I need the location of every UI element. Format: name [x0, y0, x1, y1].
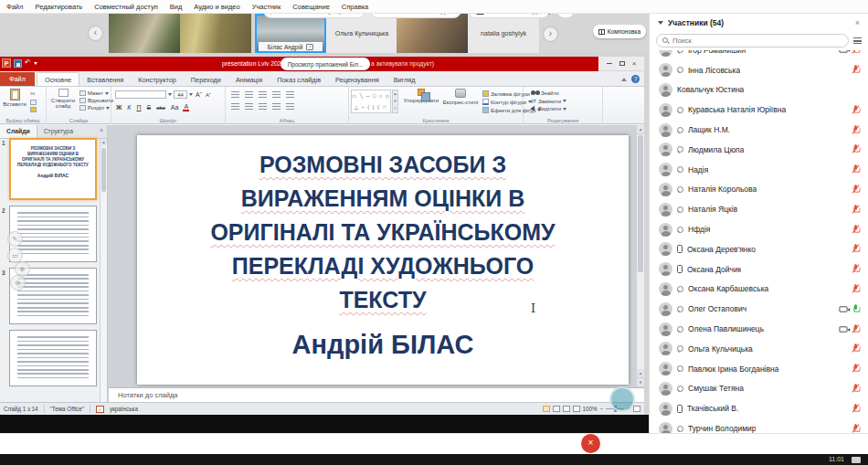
scroll-up-icon[interactable]: ▲	[101, 139, 107, 146]
paste-button[interactable]: Вставити	[3, 89, 26, 107]
ribbon-tab[interactable]: Рецензування	[328, 73, 386, 86]
collapse-panel-icon[interactable]	[658, 21, 663, 25]
justify-icon[interactable]	[272, 103, 281, 110]
taskbar-icon[interactable]	[852, 457, 861, 463]
spellcheck-icon[interactable]: ✓	[96, 406, 104, 413]
scrollbar-thumb[interactable]	[638, 135, 643, 272]
powerpoint-logo-icon[interactable]: P	[2, 58, 11, 68]
line-spacing-icon[interactable]	[286, 91, 294, 98]
notes-area[interactable]: Нотатки до слайда	[109, 387, 644, 402]
participant-row[interactable]: Лащик Н.М.	[650, 120, 868, 140]
close-pane-icon[interactable]: ×	[96, 125, 107, 138]
previous-slide-icon[interactable]: ▲	[637, 369, 644, 378]
slideshow-icon[interactable]	[573, 406, 580, 412]
columns-icon[interactable]	[286, 103, 294, 110]
scroll-up-icon[interactable]: ▲	[637, 125, 644, 134]
slide-sorter-icon[interactable]	[553, 406, 560, 412]
share-view-banner[interactable]: Просмотр приложений Біл...	[281, 58, 370, 70]
reset-button[interactable]: Відновити	[79, 98, 113, 103]
align-right-icon[interactable]	[259, 103, 267, 110]
ribbon-tab[interactable]: Основне	[37, 72, 79, 86]
strikethrough-icon[interactable]: S	[146, 104, 153, 111]
menu-item[interactable]: Справка	[342, 3, 368, 11]
shapes-gallery[interactable]: ▭ ╲ ─ □ ○ ◇ △ ~ ( ) { ☆	[351, 90, 391, 113]
italic-icon[interactable]: К	[126, 104, 132, 111]
restore-icon[interactable]	[619, 61, 625, 66]
arrange-button[interactable]: Упорядкувати	[402, 89, 440, 103]
change-case-icon[interactable]: Aa	[170, 104, 180, 111]
next-slide-icon[interactable]: ▼	[637, 378, 644, 387]
font-size-input[interactable]: 44	[174, 90, 187, 99]
zoom-out-icon[interactable]: −	[600, 406, 604, 412]
slide-author[interactable]: Андрій БІЛАС	[137, 330, 629, 360]
participant-row[interactable]: Людмила Цюпа	[650, 140, 868, 160]
replace-menu[interactable]: ⇄Замінити	[531, 98, 566, 104]
participant-row[interactable]: Павлюк Ірина Богданівна	[650, 359, 868, 379]
undo-icon[interactable]: ↶	[25, 58, 31, 68]
find-button[interactable]: Знайти	[531, 90, 566, 96]
underline-icon[interactable]: П	[135, 104, 142, 111]
participant-row[interactable]: Оксана Дойчик	[650, 259, 868, 280]
save-icon[interactable]	[14, 59, 22, 68]
align-left-icon[interactable]	[231, 103, 239, 110]
menu-item[interactable]: Вид	[170, 3, 183, 11]
tab-outline[interactable]: Структура	[37, 125, 79, 138]
participant-row[interactable]: Надія	[650, 160, 868, 180]
fit-to-window-icon[interactable]	[633, 406, 640, 412]
slide-title[interactable]: РОЗМОВНІ ЗАСОБИ ЗВИРАЖЕННЯМ ОЦІНКИ ВОРИГ…	[137, 148, 629, 317]
menu-item[interactable]: Участник	[252, 3, 281, 11]
slide-thumbnail-4[interactable]	[9, 330, 97, 386]
format-painter-icon[interactable]	[30, 107, 37, 112]
close-panel-icon[interactable]: ×	[855, 18, 860, 27]
video-tile[interactable]: natalia goshylyk	[468, 14, 539, 53]
participant-row[interactable]: Турчин Володимир	[650, 418, 868, 433]
layout-button[interactable]: Компоновка	[593, 25, 646, 38]
video-tile[interactable]	[397, 14, 468, 53]
video-tile[interactable]: Білас Андрій↑	[255, 14, 326, 53]
font-name-input[interactable]	[115, 90, 166, 99]
participant-row[interactable]: Оксана Дерев'янко	[650, 239, 868, 259]
participant-row[interactable]: Олена Павлишинець	[650, 319, 868, 339]
participant-row[interactable]: Інна Лісовська	[650, 60, 868, 80]
copy-icon[interactable]	[30, 100, 37, 105]
language-label[interactable]: українська	[110, 406, 138, 412]
participant-row[interactable]: Наталія Корольова	[650, 180, 868, 200]
pane-scrollbar[interactable]: ▲	[100, 139, 107, 402]
ribbon-tab[interactable]: Анімація	[228, 73, 270, 86]
search-input[interactable]	[656, 34, 849, 48]
pen-icon[interactable]: ✎	[7, 231, 23, 247]
slide-scrollbar[interactable]: ▲ ▲ ▼	[636, 125, 644, 387]
minimize-icon[interactable]	[607, 63, 612, 65]
indent-decrease-icon[interactable]	[259, 91, 267, 98]
participant-row[interactable]: Наталія Яцків	[650, 199, 868, 219]
align-center-icon[interactable]	[245, 103, 253, 110]
ribbon-tab[interactable]: Файл	[0, 72, 35, 87]
bullets-icon[interactable]	[231, 91, 239, 98]
indent-increase-icon[interactable]	[272, 91, 281, 98]
end-meeting-button[interactable]: ×	[581, 434, 600, 453]
shrink-font-icon[interactable]: Aˇ	[205, 92, 212, 98]
reading-view-icon[interactable]	[563, 406, 570, 412]
participant-row[interactable]: Ковальчук Юстина	[650, 80, 868, 100]
participant-row[interactable]: Ткачівський В.	[650, 398, 868, 418]
video-tile[interactable]	[109, 14, 180, 53]
collapse-ribbon-icon[interactable]	[621, 78, 627, 81]
menu-item[interactable]: Совещание	[292, 3, 330, 11]
layout-menu[interactable]: Макет	[79, 90, 113, 96]
ribbon-tab[interactable]: Вигляд	[386, 73, 423, 86]
video-tile[interactable]	[180, 14, 251, 53]
ribbon-tab[interactable]: Переходи	[184, 73, 228, 86]
scrollbar-thumb[interactable]	[101, 148, 106, 192]
participant-row[interactable]: Ігор Романишин	[650, 50, 868, 60]
shapes-gallery-scroll[interactable]: ▲▼≡	[392, 90, 398, 113]
menu-item[interactable]: Аудио и видео	[194, 3, 239, 11]
quick-styles-button[interactable]: Експрес-стилі	[440, 89, 481, 105]
participants-list[interactable]: Ігор РоманишинІнна ЛісовськаКовальчук Юс…	[650, 50, 868, 433]
slide-canvas[interactable]: РОЗМОВНІ ЗАСОБИ ЗВИРАЖЕННЯМ ОЦІНКИ ВОРИГ…	[137, 135, 629, 385]
strikethrough-sample[interactable]: abc	[155, 105, 166, 111]
cut-icon[interactable]: ✂	[30, 90, 37, 98]
scroll-left-icon[interactable]: ‹	[89, 26, 102, 40]
menu-item[interactable]: Редактировать	[35, 3, 82, 11]
font-color-icon[interactable]: A	[183, 103, 189, 111]
ribbon-tab[interactable]: Вставлення	[79, 73, 131, 86]
